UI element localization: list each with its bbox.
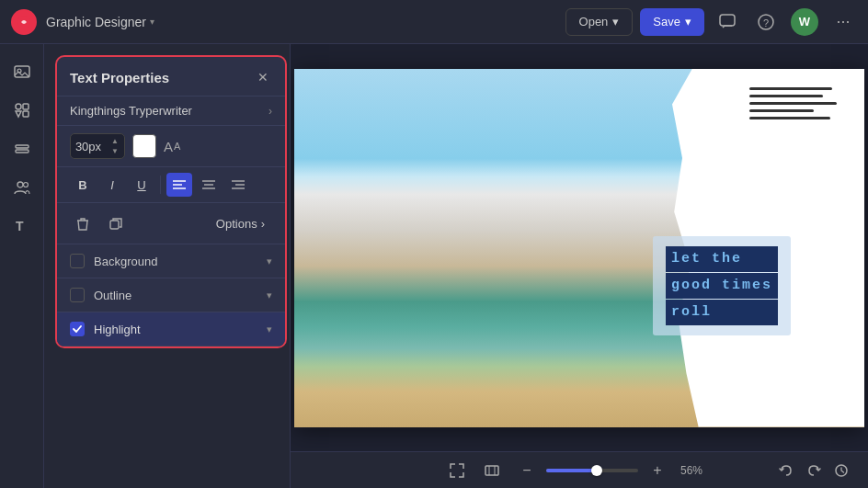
svg-text:?: ? (763, 17, 769, 28)
text-case-toggle[interactable]: A A (164, 139, 180, 154)
app-logo (11, 9, 37, 35)
font-size-input-group[interactable]: ▲ ▼ (70, 133, 125, 159)
zoom-out-button[interactable]: − (515, 459, 539, 482)
background-chevron-icon: ▾ (267, 255, 272, 267)
underline-icon: U (137, 178, 145, 192)
background-section: Background ▾ (57, 244, 285, 278)
font-arrow-icon: › (268, 105, 272, 118)
size-decrement-btn[interactable]: ▼ (108, 146, 121, 156)
svg-rect-1 (720, 15, 735, 26)
zoom-slider-fill (546, 469, 597, 472)
canvas-scroll[interactable]: let the good times roll (291, 44, 868, 451)
stamp-line-5 (749, 117, 830, 119)
app-name-btn[interactable]: Graphic Designer ▾ (46, 15, 154, 29)
svg-rect-8 (23, 111, 29, 117)
svg-text:T: T (16, 219, 24, 233)
highlight-toggle-row[interactable]: Highlight ▾ (57, 312, 285, 346)
save-label: Save (653, 15, 680, 28)
topbar-icons: ? W ··· (714, 8, 857, 36)
text-properties-panel: Text Properties ✕ Kingthings Tryperwrite… (55, 55, 287, 348)
highlight-chevron-icon: ▾ (267, 323, 272, 335)
zoom-slider-thumb[interactable] (591, 465, 602, 476)
duplicate-tool[interactable] (103, 210, 129, 236)
format-separator (160, 176, 161, 194)
options-label: Options (216, 217, 257, 231)
more-icon[interactable]: ··· (829, 8, 857, 36)
text-line-2: good times (666, 273, 778, 299)
background-label: Background (94, 255, 257, 268)
fit-tool[interactable] (480, 459, 504, 482)
bold-button[interactable]: B (70, 173, 96, 197)
main-area: T Text Properties ✕ Kingthings Tryperwri… (0, 44, 868, 488)
svg-rect-10 (16, 150, 29, 153)
canvas-content[interactable]: let the good times roll (294, 69, 864, 427)
icon-sidebar: T (0, 44, 44, 488)
topbar-actions: Open ▾ Save ▾ (565, 8, 704, 36)
align-right-button[interactable] (225, 173, 251, 197)
close-button[interactable]: ✕ (254, 68, 272, 86)
save-button[interactable]: Save ▾ (640, 8, 704, 36)
history-button[interactable] (829, 459, 853, 482)
sidebar-item-elements[interactable] (6, 94, 39, 127)
panel-title: Text Properties (70, 70, 169, 85)
topbar: Graphic Designer ▾ Open ▾ Save ▾ ? W (0, 0, 868, 44)
svg-rect-23 (110, 221, 119, 229)
align-left-button[interactable] (166, 173, 192, 197)
italic-icon: I (110, 178, 114, 192)
lowercase-a: A (174, 141, 180, 152)
stamp-line-4 (749, 109, 814, 112)
stamp-decoration (749, 87, 837, 119)
zoom-slider-area: − + (515, 459, 669, 482)
open-label: Open (579, 15, 609, 28)
stamp-line-3 (749, 102, 837, 105)
highlight-checkbox[interactable] (70, 322, 85, 336)
close-icon: ✕ (257, 70, 268, 85)
delete-tool[interactable] (70, 210, 96, 236)
options-button[interactable]: Options › (209, 213, 272, 234)
svg-point-12 (23, 183, 28, 187)
text-line-1: let the (666, 246, 778, 272)
font-name-label: Kingthings Tryperwriter (70, 104, 192, 118)
svg-rect-24 (485, 466, 498, 475)
highlight-label: Highlight (94, 323, 257, 336)
expand-tool[interactable] (445, 459, 469, 482)
highlight-section: Highlight ▾ (57, 312, 285, 346)
align-center-button[interactable] (196, 173, 222, 197)
open-button[interactable]: Open ▾ (565, 8, 634, 36)
text-color-swatch[interactable] (132, 134, 156, 158)
sidebar-item-users[interactable] (6, 171, 39, 204)
sidebar-item-text[interactable]: T (6, 210, 39, 243)
outline-toggle-row[interactable]: Outline ▾ (57, 278, 285, 312)
svg-rect-7 (23, 104, 29, 109)
zoom-in-button[interactable]: + (645, 459, 669, 482)
panel-area: Text Properties ✕ Kingthings Tryperwrite… (44, 44, 291, 488)
size-increment-btn[interactable]: ▲ (108, 136, 121, 146)
tools-row: Options › (57, 203, 285, 244)
outline-section: Outline ▾ (57, 278, 285, 312)
outline-checkbox[interactable] (70, 288, 85, 302)
save-chevron: ▾ (685, 15, 691, 28)
panel-header: Text Properties ✕ (57, 57, 285, 96)
size-row: ▲ ▼ A A (57, 126, 285, 167)
text-line-3: roll (666, 300, 778, 325)
zoom-slider[interactable] (546, 469, 638, 472)
options-arrow-icon: › (261, 217, 265, 231)
sidebar-item-layers[interactable] (6, 132, 39, 165)
font-selector[interactable]: Kingthings Tryperwriter › (57, 96, 285, 126)
redo-button[interactable] (802, 459, 826, 482)
undo-button[interactable] (774, 459, 798, 482)
text-element[interactable]: let the good times roll (653, 236, 791, 335)
italic-button[interactable]: I (99, 173, 125, 197)
background-toggle-row[interactable]: Background ▾ (57, 244, 285, 278)
zoom-percent-label: 56% (680, 464, 714, 477)
background-checkbox[interactable] (70, 254, 85, 268)
font-size-input[interactable] (71, 140, 106, 153)
avatar[interactable]: W (791, 8, 818, 36)
underline-button[interactable]: U (129, 173, 154, 197)
help-icon[interactable]: ? (752, 8, 780, 36)
chat-icon[interactable] (714, 8, 741, 36)
open-chevron: ▾ (612, 15, 619, 28)
sidebar-item-image[interactable] (6, 55, 39, 88)
avatar-letter: W (799, 15, 810, 28)
format-row: B I U (57, 167, 285, 203)
